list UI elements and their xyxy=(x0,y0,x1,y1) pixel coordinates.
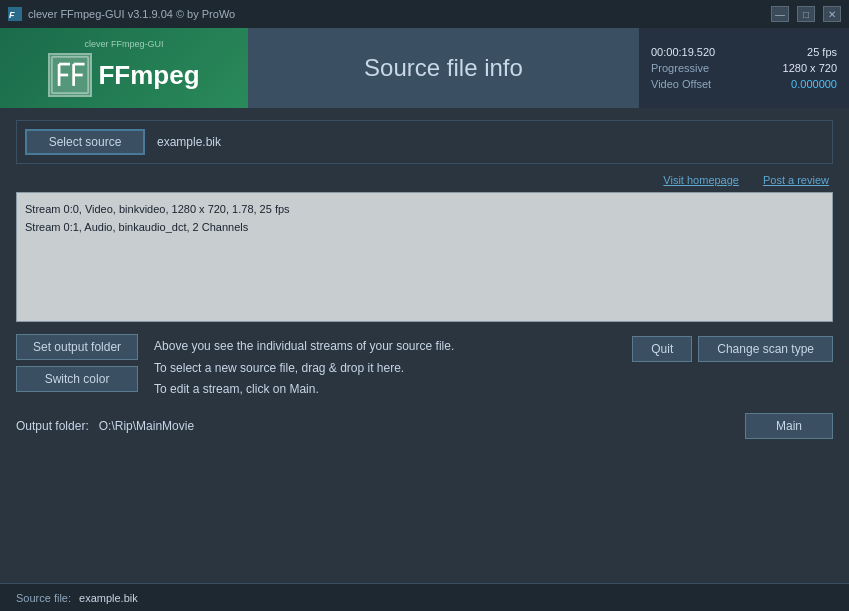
offset-value: 0.000000 xyxy=(791,78,837,90)
logo-main: FFmpeg xyxy=(48,53,199,97)
right-buttons: Quit Change scan type xyxy=(632,334,833,362)
close-button[interactable]: ✕ xyxy=(823,6,841,22)
status-label: Source file: xyxy=(16,592,71,604)
instruction-line-1: Above you see the individual streams of … xyxy=(154,336,616,358)
info-area: 00:00:19.520 25 fps Progressive 1280 x 7… xyxy=(639,28,849,108)
window-controls: — □ ✕ xyxy=(771,6,841,22)
source-title-area: Source file info xyxy=(248,28,639,108)
switch-color-button[interactable]: Switch color xyxy=(16,366,138,392)
title-bar-left: F clever FFmpeg-GUI v3.1.9.04 © by ProWo xyxy=(8,7,235,21)
resolution-value: 1280 x 720 xyxy=(783,62,837,74)
select-source-button[interactable]: Select source xyxy=(25,129,145,155)
svg-text:F: F xyxy=(9,10,15,20)
duration-row: 00:00:19.520 25 fps xyxy=(651,46,837,58)
app-title: clever FFmpeg-GUI v3.1.9.04 © by ProWo xyxy=(28,8,235,20)
status-file: example.bik xyxy=(79,592,138,604)
post-review-link[interactable]: Post a review xyxy=(763,174,829,186)
offset-label: Video Offset xyxy=(651,78,711,90)
left-buttons: Set output folder Switch color xyxy=(16,334,138,392)
logo-area: clever FFmpeg-GUI FFmpeg xyxy=(0,28,248,108)
bottom-controls: Set output folder Switch color Above you… xyxy=(16,334,833,401)
title-bar: F clever FFmpeg-GUI v3.1.9.04 © by ProWo… xyxy=(0,0,849,28)
select-source-row: Select source example.bik xyxy=(16,120,833,164)
visit-homepage-link[interactable]: Visit homepage xyxy=(663,174,739,186)
change-scan-button[interactable]: Change scan type xyxy=(698,336,833,362)
svg-rect-2 xyxy=(50,55,90,95)
stream-line-1: Stream 0:0, Video, binkvideo, 1280 x 720… xyxy=(25,201,824,219)
minimize-button[interactable]: — xyxy=(771,6,789,22)
instruction-line-2: To select a new source file, drag & drop… xyxy=(154,358,616,380)
output-label: Output folder: xyxy=(16,419,89,433)
instruction-text: Above you see the individual streams of … xyxy=(154,334,616,401)
stream-info-box: Stream 0:0, Video, binkvideo, 1280 x 720… xyxy=(16,192,833,322)
main-content: Select source example.bik Visit homepage… xyxy=(0,108,849,455)
main-button[interactable]: Main xyxy=(745,413,833,439)
instruction-line-3: To edit a stream, click on Main. xyxy=(154,379,616,401)
set-output-folder-button[interactable]: Set output folder xyxy=(16,334,138,360)
logo-icon xyxy=(48,53,92,97)
logo-brand: clever FFmpeg-GUI xyxy=(84,39,163,49)
offset-row: Video Offset 0.000000 xyxy=(651,78,837,90)
source-file-name: example.bik xyxy=(157,135,221,149)
links-row: Visit homepage Post a review xyxy=(16,174,833,186)
maximize-button[interactable]: □ xyxy=(797,6,815,22)
output-folder-text: Output folder: O:\Rip\MainMovie xyxy=(16,419,194,433)
scan-row: Progressive 1280 x 720 xyxy=(651,62,837,74)
output-row: Output folder: O:\Rip\MainMovie Main xyxy=(16,413,833,439)
quit-button[interactable]: Quit xyxy=(632,336,692,362)
status-bar: Source file: example.bik xyxy=(0,583,849,611)
duration-value: 00:00:19.520 xyxy=(651,46,715,58)
scan-label: Progressive xyxy=(651,62,709,74)
logo-text: FFmpeg xyxy=(98,60,199,91)
stream-line-2: Stream 0:1, Audio, binkaudio_dct, 2 Chan… xyxy=(25,219,824,237)
app-icon: F xyxy=(8,7,22,21)
fps-value: 25 fps xyxy=(807,46,837,58)
source-title: Source file info xyxy=(364,54,523,82)
header: clever FFmpeg-GUI FFmpeg Source file inf… xyxy=(0,28,849,108)
output-path: O:\Rip\MainMovie xyxy=(99,419,194,433)
